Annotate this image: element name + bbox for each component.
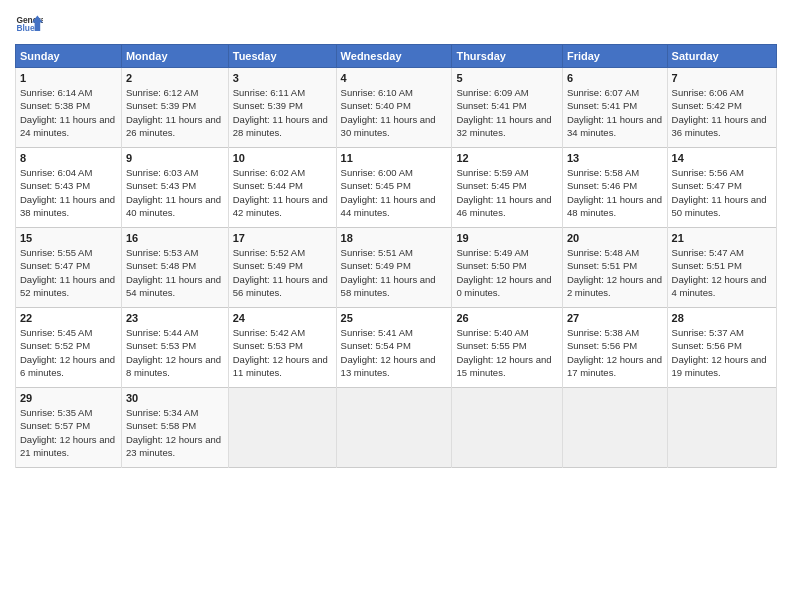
day-info: Sunrise: 6:09 AM Sunset: 5:41 PM Dayligh…: [456, 86, 558, 139]
logo: General Blue: [15, 10, 43, 38]
calendar-cell: 11 Sunrise: 6:00 AM Sunset: 5:45 PM Dayl…: [336, 148, 452, 228]
calendar-cell: 18 Sunrise: 5:51 AM Sunset: 5:49 PM Dayl…: [336, 228, 452, 308]
sunrise-label: Sunrise: 5:41 AM: [341, 327, 413, 338]
sunset-label: Sunset: 5:49 PM: [233, 260, 303, 271]
day-info: Sunrise: 5:38 AM Sunset: 5:56 PM Dayligh…: [567, 326, 663, 379]
sunset-label: Sunset: 5:52 PM: [20, 340, 90, 351]
sunset-label: Sunset: 5:39 PM: [233, 100, 303, 111]
sunset-label: Sunset: 5:56 PM: [672, 340, 742, 351]
calendar-cell: 8 Sunrise: 6:04 AM Sunset: 5:43 PM Dayli…: [16, 148, 122, 228]
day-number: 28: [672, 312, 772, 324]
sunrise-label: Sunrise: 6:06 AM: [672, 87, 744, 98]
daylight-label: Daylight: 11 hours and 56 minutes.: [233, 274, 328, 298]
daylight-label: Daylight: 12 hours and 4 minutes.: [672, 274, 767, 298]
calendar-cell: 1 Sunrise: 6:14 AM Sunset: 5:38 PM Dayli…: [16, 68, 122, 148]
weekday-header-sunday: Sunday: [16, 45, 122, 68]
daylight-label: Daylight: 12 hours and 0 minutes.: [456, 274, 551, 298]
daylight-label: Daylight: 11 hours and 40 minutes.: [126, 194, 221, 218]
sunrise-label: Sunrise: 5:47 AM: [672, 247, 744, 258]
day-info: Sunrise: 6:04 AM Sunset: 5:43 PM Dayligh…: [20, 166, 117, 219]
day-number: 3: [233, 72, 332, 84]
sunset-label: Sunset: 5:41 PM: [456, 100, 526, 111]
weekday-header-tuesday: Tuesday: [228, 45, 336, 68]
sunrise-label: Sunrise: 6:11 AM: [233, 87, 305, 98]
daylight-label: Daylight: 12 hours and 17 minutes.: [567, 354, 662, 378]
sunrise-label: Sunrise: 5:44 AM: [126, 327, 198, 338]
sunset-label: Sunset: 5:53 PM: [126, 340, 196, 351]
day-info: Sunrise: 6:11 AM Sunset: 5:39 PM Dayligh…: [233, 86, 332, 139]
sunset-label: Sunset: 5:53 PM: [233, 340, 303, 351]
day-number: 24: [233, 312, 332, 324]
sunrise-label: Sunrise: 5:48 AM: [567, 247, 639, 258]
day-info: Sunrise: 5:51 AM Sunset: 5:49 PM Dayligh…: [341, 246, 448, 299]
sunset-label: Sunset: 5:48 PM: [126, 260, 196, 271]
daylight-label: Daylight: 11 hours and 36 minutes.: [672, 114, 767, 138]
sunrise-label: Sunrise: 6:07 AM: [567, 87, 639, 98]
daylight-label: Daylight: 12 hours and 19 minutes.: [672, 354, 767, 378]
daylight-label: Daylight: 12 hours and 21 minutes.: [20, 434, 115, 458]
sunrise-label: Sunrise: 5:38 AM: [567, 327, 639, 338]
day-number: 26: [456, 312, 558, 324]
day-info: Sunrise: 6:00 AM Sunset: 5:45 PM Dayligh…: [341, 166, 448, 219]
daylight-label: Daylight: 11 hours and 38 minutes.: [20, 194, 115, 218]
calendar-cell: 15 Sunrise: 5:55 AM Sunset: 5:47 PM Dayl…: [16, 228, 122, 308]
sunrise-label: Sunrise: 5:45 AM: [20, 327, 92, 338]
sunset-label: Sunset: 5:40 PM: [341, 100, 411, 111]
calendar-cell: 17 Sunrise: 5:52 AM Sunset: 5:49 PM Dayl…: [228, 228, 336, 308]
weekday-header-saturday: Saturday: [667, 45, 776, 68]
day-number: 10: [233, 152, 332, 164]
day-number: 6: [567, 72, 663, 84]
day-number: 16: [126, 232, 224, 244]
week-row-3: 15 Sunrise: 5:55 AM Sunset: 5:47 PM Dayl…: [16, 228, 777, 308]
day-info: Sunrise: 5:44 AM Sunset: 5:53 PM Dayligh…: [126, 326, 224, 379]
day-info: Sunrise: 5:34 AM Sunset: 5:58 PM Dayligh…: [126, 406, 224, 459]
daylight-label: Daylight: 11 hours and 34 minutes.: [567, 114, 662, 138]
daylight-label: Daylight: 11 hours and 24 minutes.: [20, 114, 115, 138]
day-info: Sunrise: 6:07 AM Sunset: 5:41 PM Dayligh…: [567, 86, 663, 139]
sunrise-label: Sunrise: 6:02 AM: [233, 167, 305, 178]
day-info: Sunrise: 5:37 AM Sunset: 5:56 PM Dayligh…: [672, 326, 772, 379]
sunrise-label: Sunrise: 6:03 AM: [126, 167, 198, 178]
sunrise-label: Sunrise: 5:35 AM: [20, 407, 92, 418]
day-info: Sunrise: 5:35 AM Sunset: 5:57 PM Dayligh…: [20, 406, 117, 459]
calendar-cell: 26 Sunrise: 5:40 AM Sunset: 5:55 PM Dayl…: [452, 308, 563, 388]
day-number: 14: [672, 152, 772, 164]
sunrise-label: Sunrise: 5:58 AM: [567, 167, 639, 178]
calendar-cell: 10 Sunrise: 6:02 AM Sunset: 5:44 PM Dayl…: [228, 148, 336, 228]
sunrise-label: Sunrise: 5:56 AM: [672, 167, 744, 178]
day-info: Sunrise: 5:42 AM Sunset: 5:53 PM Dayligh…: [233, 326, 332, 379]
sunset-label: Sunset: 5:51 PM: [567, 260, 637, 271]
daylight-label: Daylight: 11 hours and 32 minutes.: [456, 114, 551, 138]
daylight-label: Daylight: 11 hours and 30 minutes.: [341, 114, 436, 138]
day-number: 20: [567, 232, 663, 244]
calendar-cell: 23 Sunrise: 5:44 AM Sunset: 5:53 PM Dayl…: [121, 308, 228, 388]
day-number: 11: [341, 152, 448, 164]
sunset-label: Sunset: 5:50 PM: [456, 260, 526, 271]
calendar-cell: 28 Sunrise: 5:37 AM Sunset: 5:56 PM Dayl…: [667, 308, 776, 388]
calendar-cell: 21 Sunrise: 5:47 AM Sunset: 5:51 PM Dayl…: [667, 228, 776, 308]
calendar-cell: [667, 388, 776, 468]
day-number: 12: [456, 152, 558, 164]
sunset-label: Sunset: 5:51 PM: [672, 260, 742, 271]
day-info: Sunrise: 5:45 AM Sunset: 5:52 PM Dayligh…: [20, 326, 117, 379]
sunset-label: Sunset: 5:45 PM: [341, 180, 411, 191]
day-info: Sunrise: 5:55 AM Sunset: 5:47 PM Dayligh…: [20, 246, 117, 299]
day-number: 19: [456, 232, 558, 244]
day-info: Sunrise: 6:02 AM Sunset: 5:44 PM Dayligh…: [233, 166, 332, 219]
day-number: 1: [20, 72, 117, 84]
daylight-label: Daylight: 11 hours and 52 minutes.: [20, 274, 115, 298]
calendar-table: SundayMondayTuesdayWednesdayThursdayFrid…: [15, 44, 777, 468]
daylight-label: Daylight: 11 hours and 26 minutes.: [126, 114, 221, 138]
sunrise-label: Sunrise: 5:42 AM: [233, 327, 305, 338]
calendar-cell: 3 Sunrise: 6:11 AM Sunset: 5:39 PM Dayli…: [228, 68, 336, 148]
calendar-cell: 5 Sunrise: 6:09 AM Sunset: 5:41 PM Dayli…: [452, 68, 563, 148]
sunset-label: Sunset: 5:47 PM: [672, 180, 742, 191]
calendar-cell: 16 Sunrise: 5:53 AM Sunset: 5:48 PM Dayl…: [121, 228, 228, 308]
calendar-cell: [452, 388, 563, 468]
calendar-cell: 4 Sunrise: 6:10 AM Sunset: 5:40 PM Dayli…: [336, 68, 452, 148]
day-number: 21: [672, 232, 772, 244]
day-info: Sunrise: 5:56 AM Sunset: 5:47 PM Dayligh…: [672, 166, 772, 219]
calendar-cell: [336, 388, 452, 468]
day-number: 8: [20, 152, 117, 164]
sunrise-label: Sunrise: 5:59 AM: [456, 167, 528, 178]
